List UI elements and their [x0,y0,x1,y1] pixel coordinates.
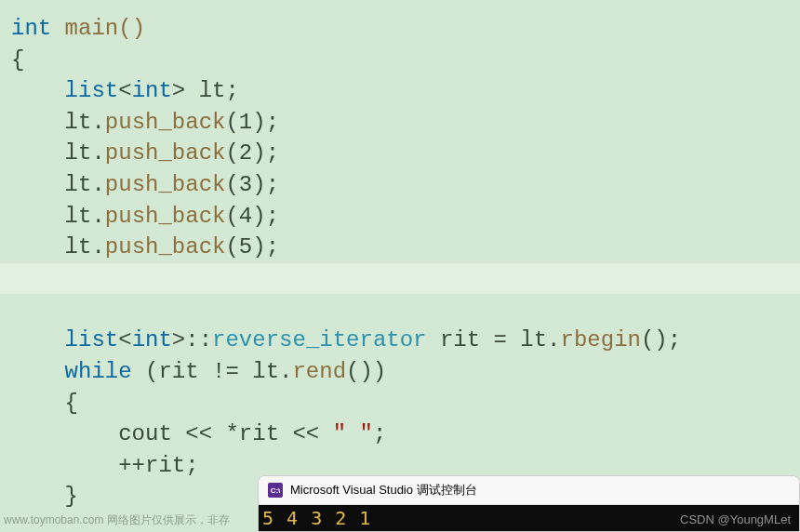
type-int: int [132,78,172,103]
method-push-back: push_back [105,204,226,229]
func-main: main() [51,16,145,41]
code-line[interactable]: lt.push_back(2); [0,138,800,169]
watermark-left: www.toymoban.com 网络图片仅供展示，非存 [4,512,230,528]
type-int: int [132,327,172,352]
method-push-back: push_back [105,172,226,197]
console-output-text: 5 4 3 2 1 [262,507,371,529]
code-line[interactable]: cout << *rit << " "; [0,419,800,450]
type-list: list [65,327,119,352]
string-literal: " " [333,421,373,446]
type-list: list [65,78,119,103]
console-title: Microsoft Visual Studio 调试控制台 [290,482,477,499]
code-line-blank[interactable] [0,294,800,326]
code-line[interactable]: { [0,45,800,76]
code-line[interactable]: lt.push_back(1); [0,107,800,139]
brace-open: { [11,391,78,416]
watermark-right: CSDN @YoungMLet [680,512,791,526]
method-push-back: push_back [105,234,226,259]
brace-open: { [11,47,24,73]
code-line[interactable]: lt.push_back(5); [0,232,800,263]
brace-close: } [11,484,78,509]
keyword-while: while [65,359,132,384]
code-line[interactable]: { [0,388,800,419]
code-editor[interactable]: int main() { list<int> lt; lt.push_back(… [0,0,800,532]
code-line[interactable]: int main() [0,13,800,45]
keyword-int: int [11,16,51,41]
code-line[interactable]: list<int> lt; [0,75,800,107]
method-rend: rend [292,359,346,384]
method-push-back: push_back [105,110,226,135]
vs-console-icon: C:\ [268,483,283,498]
console-titlebar[interactable]: C:\ Microsoft Visual Studio 调试控制台 [259,476,799,505]
code-line[interactable]: while (rit != lt.rend()) [0,356,800,388]
code-line[interactable]: lt.push_back(3); [0,169,800,201]
code-line[interactable]: lt.push_back(4); [0,201,800,233]
code-line-highlighted[interactable] [0,263,800,294]
type-reverse-iterator: reverse_iterator [212,327,426,352]
method-push-back: push_back [105,140,226,166]
method-rbegin: rbegin [561,327,641,352]
code-line[interactable]: list<int>::reverse_iterator rit = lt.rbe… [0,325,800,356]
